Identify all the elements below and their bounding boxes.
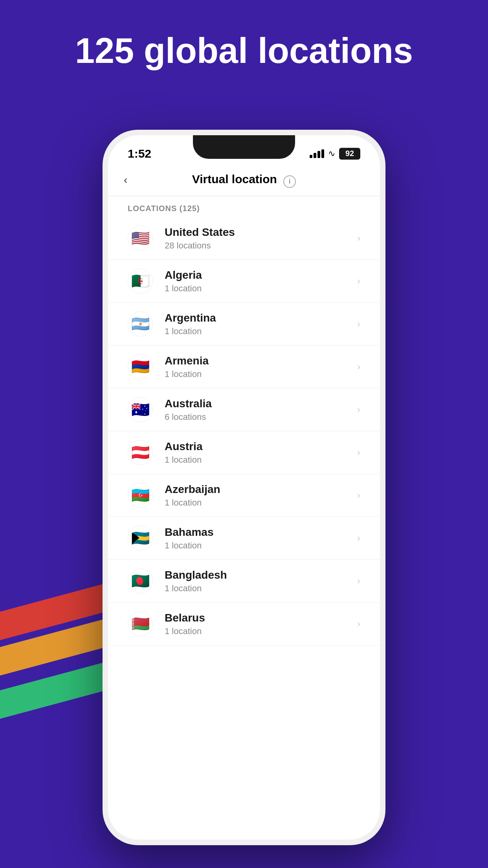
country-name: Austria (165, 440, 357, 453)
locations-header: LOCATIONS (125) (108, 196, 380, 217)
country-locations: 1 location (165, 283, 357, 294)
bar4 (321, 149, 324, 158)
hero-title: 125 global locations (0, 31, 488, 70)
notch (193, 135, 295, 159)
chevron-right-icon: › (357, 447, 360, 458)
country-name: Algeria (165, 268, 357, 282)
phone-wrapper: 1:52 ∿ 92 ‹ Virtual location (103, 130, 385, 845)
country-info: Algeria 1 location (165, 268, 357, 294)
header-title: Virtual location (192, 173, 277, 186)
country-info: Azerbaijan 1 location (165, 483, 357, 508)
country-name: Bahamas (165, 526, 357, 539)
chevron-right-icon: › (357, 618, 360, 629)
chevron-right-icon: › (357, 233, 360, 244)
chevron-right-icon: › (357, 576, 360, 587)
chevron-right-icon: › (357, 318, 360, 329)
flag-icon: 🇦🇺 (128, 397, 153, 422)
chevron-right-icon: › (357, 533, 360, 544)
chevron-right-icon: › (357, 404, 360, 415)
country-name: Argentina (165, 311, 357, 325)
battery-indicator: 92 (339, 148, 360, 160)
list-item[interactable]: 🇩🇿 Algeria 1 location › (108, 260, 380, 303)
country-locations: 6 locations (165, 412, 357, 422)
country-list: 🇺🇸 United States 28 locations › 🇩🇿 Alger… (108, 217, 380, 840)
country-info: Armenia 1 location (165, 354, 357, 379)
country-name: United States (165, 226, 357, 239)
country-name: Australia (165, 397, 357, 410)
list-item[interactable]: 🇧🇩 Bangladesh 1 location › (108, 560, 380, 603)
list-item[interactable]: 🇦🇿 Azerbaijan 1 location › (108, 474, 380, 517)
info-icon[interactable]: i (283, 175, 296, 188)
list-item[interactable]: 🇦🇲 Armenia 1 location › (108, 346, 380, 388)
app-header: ‹ Virtual location i (108, 165, 380, 196)
signal-bars-icon (310, 149, 324, 158)
country-info: Bangladesh 1 location (165, 568, 357, 594)
flag-icon: 🇩🇿 (128, 268, 153, 294)
flag-icon: 🇧🇸 (128, 526, 153, 551)
country-name: Armenia (165, 354, 357, 368)
wifi-icon: ∿ (328, 149, 335, 159)
bar1 (310, 155, 312, 158)
country-info: Austria 1 location (165, 440, 357, 465)
back-button[interactable]: ‹ (124, 174, 127, 186)
country-locations: 1 location (165, 455, 357, 465)
country-locations: 1 location (165, 498, 357, 508)
list-item[interactable]: 🇧🇸 Bahamas 1 location › (108, 517, 380, 560)
flag-icon: 🇦🇲 (128, 354, 153, 379)
list-item[interactable]: 🇧🇾 Belarus 1 location › (108, 603, 380, 645)
country-locations: 1 location (165, 326, 357, 337)
bar2 (314, 153, 316, 158)
country-locations: 1 location (165, 369, 357, 379)
flag-icon: 🇺🇸 (128, 226, 153, 251)
flag-icon: 🇦🇷 (128, 311, 153, 337)
list-item[interactable]: 🇺🇸 United States 28 locations › (108, 217, 380, 260)
phone-frame: 1:52 ∿ 92 ‹ Virtual location (103, 130, 385, 845)
country-info: Argentina 1 location (165, 311, 357, 337)
flag-icon: 🇧🇩 (128, 568, 153, 594)
country-name: Azerbaijan (165, 483, 357, 496)
chevron-right-icon: › (357, 361, 360, 372)
phone-screen: 1:52 ∿ 92 ‹ Virtual location (108, 135, 380, 840)
status-icons: ∿ 92 (310, 148, 360, 160)
list-item[interactable]: 🇦🇹 Austria 1 location › (108, 431, 380, 474)
flag-icon: 🇦🇹 (128, 440, 153, 465)
chevron-right-icon: › (357, 490, 360, 501)
status-time: 1:52 (128, 147, 151, 160)
country-locations: 28 locations (165, 241, 357, 251)
country-locations: 1 location (165, 583, 357, 594)
list-item[interactable]: 🇦🇺 Australia 6 locations › (108, 388, 380, 431)
flag-icon: 🇦🇿 (128, 483, 153, 508)
country-info: United States 28 locations (165, 226, 357, 251)
country-info: Belarus 1 location (165, 611, 357, 636)
country-info: Bahamas 1 location (165, 526, 357, 551)
chevron-right-icon: › (357, 276, 360, 287)
country-locations: 1 location (165, 541, 357, 551)
country-info: Australia 6 locations (165, 397, 357, 422)
country-locations: 1 location (165, 626, 357, 636)
flag-icon: 🇧🇾 (128, 611, 153, 636)
bar3 (317, 151, 320, 158)
list-item[interactable]: 🇦🇷 Argentina 1 location › (108, 303, 380, 346)
country-name: Bangladesh (165, 568, 357, 582)
country-name: Belarus (165, 611, 357, 625)
